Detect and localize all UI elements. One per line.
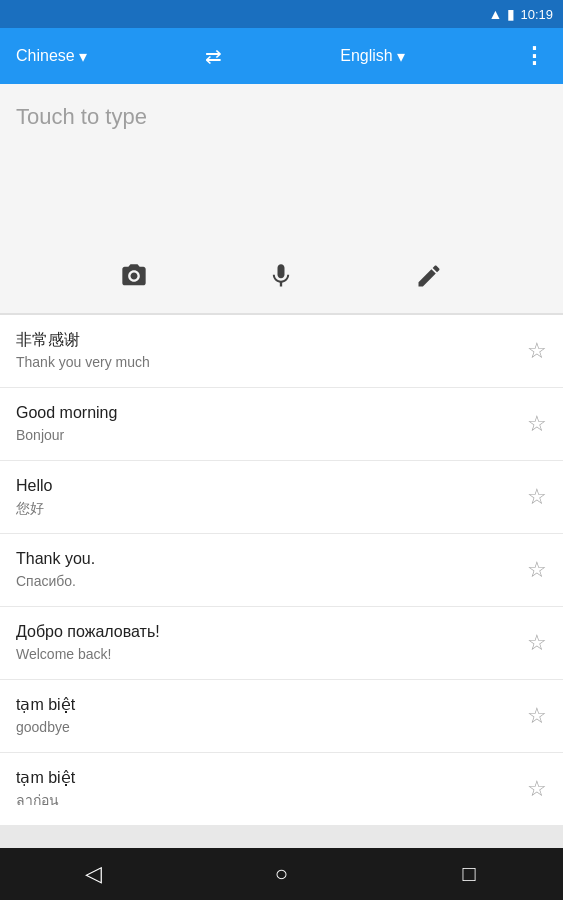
wifi-icon: ▲ <box>489 6 503 22</box>
back-icon: ◁ <box>85 861 102 887</box>
history-text: tạm biệt goodbye <box>16 694 515 738</box>
star-button[interactable]: ☆ <box>527 557 547 583</box>
back-button[interactable]: ◁ <box>72 852 116 896</box>
status-time: 10:19 <box>520 7 553 22</box>
input-placeholder: Touch to type <box>16 104 147 129</box>
source-language-label: Chinese <box>16 47 75 65</box>
swap-icon: ⇄ <box>205 45 222 67</box>
history-source: tạm biệt <box>16 694 515 716</box>
star-button[interactable]: ☆ <box>527 411 547 437</box>
history-list: 非常感谢 Thank you very much ☆ Good morning … <box>0 314 563 825</box>
history-translation: Thank you very much <box>16 353 515 373</box>
input-area[interactable]: Touch to type <box>0 84 563 254</box>
history-text: Добро пожаловать! Welcome back! <box>16 621 515 665</box>
star-button[interactable]: ☆ <box>527 776 547 802</box>
history-source: Добро пожаловать! <box>16 621 515 643</box>
history-source: Hello <box>16 475 515 497</box>
history-translation: Спасибо. <box>16 572 515 592</box>
home-button[interactable]: ○ <box>259 852 303 896</box>
history-translation: ลาก่อน <box>16 791 515 811</box>
history-translation: Welcome back! <box>16 645 515 665</box>
history-item[interactable]: Hello 您好 ☆ <box>0 461 563 534</box>
history-translation: 您好 <box>16 499 515 519</box>
history-text: 非常感谢 Thank you very much <box>16 329 515 373</box>
star-button[interactable]: ☆ <box>527 630 547 656</box>
star-button[interactable]: ☆ <box>527 703 547 729</box>
home-icon: ○ <box>275 861 288 887</box>
history-item[interactable]: Добро пожаловать! Welcome back! ☆ <box>0 607 563 680</box>
input-icons-row <box>0 254 563 314</box>
camera-button[interactable] <box>120 262 148 297</box>
history-text: Hello 您好 <box>16 475 515 519</box>
history-source: Good morning <box>16 402 515 424</box>
more-options-button[interactable]: ⋮ <box>523 43 547 69</box>
battery-icon: ▮ <box>507 6 515 22</box>
history-source: tạm biệt <box>16 767 515 789</box>
target-language-dropdown-icon: ▾ <box>397 47 405 66</box>
source-language-selector[interactable]: Chinese ▾ <box>16 47 87 66</box>
history-item[interactable]: Thank you. Спасибо. ☆ <box>0 534 563 607</box>
status-icons: ▲ ▮ 10:19 <box>489 6 553 22</box>
swap-languages-button[interactable]: ⇄ <box>205 44 222 68</box>
bottom-nav: ◁ ○ □ <box>0 848 563 900</box>
status-bar: ▲ ▮ 10:19 <box>0 0 563 28</box>
history-text: tạm biệt ลาก่อน <box>16 767 515 811</box>
recents-button[interactable]: □ <box>447 852 491 896</box>
history-source: Thank you. <box>16 548 515 570</box>
target-language-label: English <box>340 47 392 65</box>
history-item[interactable]: tạm biệt ลาก่อน ☆ <box>0 753 563 825</box>
source-language-dropdown-icon: ▾ <box>79 47 87 66</box>
history-item[interactable]: 非常感谢 Thank you very much ☆ <box>0 315 563 388</box>
more-icon: ⋮ <box>523 43 547 68</box>
history-source: 非常感谢 <box>16 329 515 351</box>
history-translation: goodbye <box>16 718 515 738</box>
handwrite-button[interactable] <box>415 262 443 297</box>
history-item[interactable]: tạm biệt goodbye ☆ <box>0 680 563 753</box>
microphone-button[interactable] <box>267 262 295 297</box>
target-language-selector[interactable]: English ▾ <box>340 47 404 66</box>
star-button[interactable]: ☆ <box>527 338 547 364</box>
history-text: Good morning Bonjour <box>16 402 515 446</box>
recents-icon: □ <box>462 861 475 887</box>
history-translation: Bonjour <box>16 426 515 446</box>
history-item[interactable]: Good morning Bonjour ☆ <box>0 388 563 461</box>
star-button[interactable]: ☆ <box>527 484 547 510</box>
toolbar: Chinese ▾ ⇄ English ▾ ⋮ <box>0 28 563 84</box>
history-text: Thank you. Спасибо. <box>16 548 515 592</box>
